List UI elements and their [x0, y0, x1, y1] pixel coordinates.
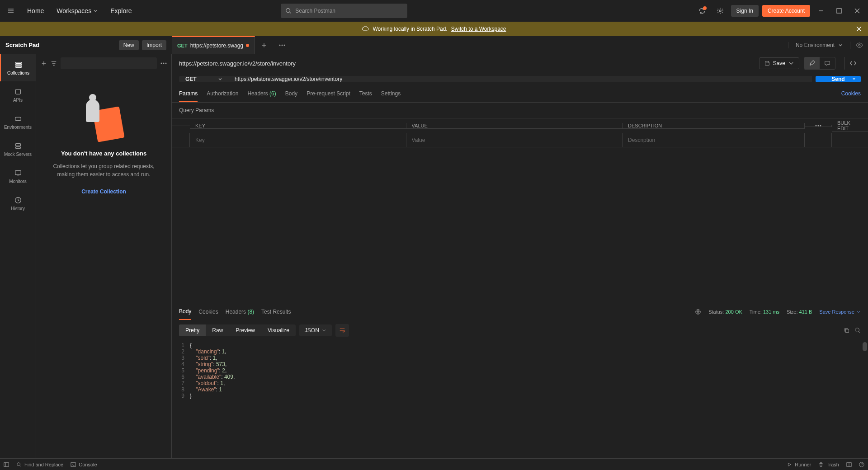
rail-history[interactable]: History	[0, 190, 36, 217]
param-desc-input[interactable]: Description	[623, 133, 805, 147]
rail-apis[interactable]: APIs	[0, 81, 36, 108]
copy-response-button[interactable]	[844, 327, 850, 334]
window-minimize[interactable]	[814, 4, 828, 18]
search-input[interactable]: Search Postman	[281, 4, 407, 18]
sync-button[interactable]	[695, 4, 709, 18]
svg-point-26	[17, 462, 20, 465]
create-collection-link[interactable]: Create Collection	[81, 188, 126, 195]
format-select[interactable]: JSON	[299, 324, 332, 336]
view-visualize[interactable]: Visualize	[261, 324, 296, 336]
url-input[interactable]: https://petstore.swagger.io/v2/store/inv…	[229, 76, 812, 82]
globe-icon	[695, 309, 701, 315]
code-snippet-button[interactable]	[844, 57, 861, 70]
cookies-link[interactable]: Cookies	[841, 86, 861, 102]
svg-rect-14	[15, 170, 21, 174]
wrap-toggle[interactable]	[335, 324, 349, 337]
unsaved-dot	[246, 44, 249, 47]
add-collection-button[interactable]	[41, 60, 47, 66]
tab-body[interactable]: Body	[285, 86, 297, 102]
runner-label: Runner	[795, 462, 811, 467]
param-value-input[interactable]: Value	[406, 133, 623, 147]
param-more-button[interactable]	[815, 125, 821, 127]
search-icon	[285, 8, 292, 14]
rail-collections[interactable]: Collections	[0, 54, 36, 81]
bulk-edit-button[interactable]: Bulk Edit	[837, 120, 863, 131]
save-response-label: Save Response	[819, 309, 854, 315]
window-maximize[interactable]	[832, 4, 846, 18]
environment-select[interactable]: No Environment	[788, 42, 850, 48]
response-body[interactable]: 1{2 "dancing": 1,3 "sold": 1,4 "string":…	[172, 340, 868, 459]
request-breadcrumb: https://petstore.swagger.io/v2/store/inv…	[179, 60, 296, 67]
add-tab-button[interactable]	[255, 36, 273, 54]
panel-more-button[interactable]	[160, 62, 167, 64]
nav-workspaces[interactable]: Workspaces	[51, 4, 103, 18]
chevron-down-icon	[218, 77, 222, 81]
method-select[interactable]: GET	[179, 76, 229, 82]
import-button[interactable]: Import	[142, 40, 166, 50]
rail-environments[interactable]: Environments	[0, 108, 36, 136]
view-preview[interactable]: Preview	[229, 324, 261, 336]
svg-rect-10	[15, 89, 20, 94]
query-params-label: Query Params	[172, 103, 868, 118]
search-response-button[interactable]	[854, 327, 861, 334]
nav-explore[interactable]: Explore	[105, 4, 137, 18]
create-account-button[interactable]: Create Account	[762, 5, 810, 17]
two-pane-toggle[interactable]	[846, 462, 852, 467]
chevron-down-icon	[852, 77, 856, 81]
chevron-down-icon	[93, 9, 98, 13]
settings-button[interactable]	[713, 4, 727, 18]
size-label: Size:	[787, 309, 797, 315]
column-key: KEY	[190, 123, 406, 129]
resp-tab-body[interactable]: Body	[179, 304, 191, 320]
signin-button[interactable]: Sign In	[731, 5, 759, 17]
console-button[interactable]: Console	[71, 462, 97, 467]
svg-point-4	[282, 44, 283, 46]
banner-switch-link[interactable]: Switch to a Workspace	[451, 26, 506, 32]
svg-rect-27	[71, 462, 75, 466]
rail-apis-label: APIs	[13, 98, 23, 103]
save-response-button[interactable]: Save Response	[819, 309, 861, 315]
tab-settings[interactable]: Settings	[381, 86, 401, 102]
tab-prerequest[interactable]: Pre-request Script	[307, 86, 350, 102]
param-key-input[interactable]: Key	[190, 133, 406, 147]
nav-home[interactable]: Home	[22, 4, 49, 18]
bottombar-sidebar-toggle[interactable]	[4, 462, 9, 467]
tab-more-button[interactable]	[273, 36, 291, 54]
resp-tab-cookies[interactable]: Cookies	[198, 304, 218, 320]
tab-headers[interactable]: Headers (6)	[247, 86, 276, 102]
svg-point-1	[719, 10, 721, 12]
menu-button[interactable]	[4, 4, 18, 18]
svg-rect-2	[837, 9, 841, 13]
view-raw[interactable]: Raw	[206, 324, 229, 336]
scrollbar[interactable]	[863, 342, 867, 351]
edit-mode-button[interactable]	[804, 57, 820, 69]
environment-quicklook[interactable]	[850, 42, 868, 49]
resp-tab-test-results[interactable]: Test Results	[261, 304, 291, 320]
find-replace-button[interactable]: Find and Replace	[16, 462, 63, 467]
view-pretty[interactable]: Pretty	[179, 324, 206, 336]
trash-button[interactable]: Trash	[818, 462, 839, 467]
send-button[interactable]: Send	[816, 76, 861, 82]
rail-mock-servers[interactable]: Mock Servers	[0, 136, 36, 163]
help-button[interactable]	[859, 462, 864, 467]
filter-input[interactable]	[61, 57, 157, 69]
tab-auth[interactable]: Authorization	[207, 86, 238, 102]
save-button[interactable]: Save	[759, 57, 799, 69]
tab-params[interactable]: Params	[179, 86, 198, 102]
new-button[interactable]: New	[119, 40, 139, 50]
code-line: 9}	[172, 393, 868, 399]
svg-rect-25	[4, 462, 9, 466]
request-tab[interactable]: GET https://petstore.swagg	[172, 36, 255, 54]
window-close[interactable]	[850, 4, 864, 18]
tab-tests[interactable]: Tests	[359, 86, 372, 102]
svg-rect-12	[15, 143, 20, 146]
rail-monitors[interactable]: Monitors	[0, 163, 36, 190]
runner-button[interactable]: Runner	[787, 462, 811, 467]
cloud-off-icon	[362, 25, 369, 33]
resp-tab-headers[interactable]: Headers (8)	[226, 304, 254, 320]
banner-close[interactable]	[855, 25, 863, 33]
filter-icon[interactable]	[51, 60, 57, 66]
svg-point-5	[284, 44, 285, 46]
notification-dot	[703, 6, 707, 10]
comment-mode-button[interactable]	[820, 57, 835, 69]
